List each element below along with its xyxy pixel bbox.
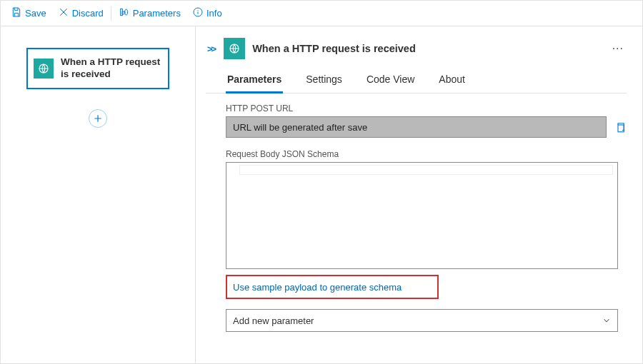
save-label: Save: [25, 8, 46, 19]
more-menu-button[interactable]: ···: [609, 42, 627, 55]
use-sample-payload-link[interactable]: Use sample payload to generate schema: [233, 282, 402, 293]
http-post-url-label: HTTP POST URL: [226, 103, 627, 113]
tab-code-view[interactable]: Code View: [365, 69, 416, 93]
info-button[interactable]: Info: [186, 4, 228, 23]
parameters-button[interactable]: @ Parameters: [113, 4, 186, 23]
chevron-down-icon: [602, 315, 612, 325]
sample-payload-highlight: Use sample payload to generate schema: [226, 275, 439, 299]
copy-icon: [614, 121, 627, 133]
http-post-url-field: URL will be generated after save: [226, 116, 607, 138]
trigger-card[interactable]: When a HTTP request is received: [26, 48, 169, 89]
info-label: Info: [206, 8, 222, 19]
http-request-icon: [34, 59, 54, 79]
tab-about[interactable]: About: [437, 69, 467, 93]
save-icon: [11, 6, 22, 20]
discard-button[interactable]: Discard: [52, 4, 109, 23]
add-step-button[interactable]: [89, 109, 107, 128]
plus-icon: [93, 113, 103, 123]
info-icon: [192, 6, 204, 20]
add-parameter-label: Add new parameter: [233, 315, 314, 326]
add-parameter-dropdown[interactable]: Add new parameter: [226, 309, 618, 332]
parameters-label: Parameters: [133, 8, 181, 19]
toolbar-separator: [111, 6, 111, 21]
schema-textarea[interactable]: [226, 162, 618, 269]
tabs: Parameters Settings Code View About: [206, 69, 627, 93]
toolbar: Save Discard @ Parameters Info: [1, 1, 642, 26]
schema-label: Request Body JSON Schema: [226, 149, 627, 159]
tab-settings[interactable]: Settings: [304, 69, 344, 93]
discard-label: Discard: [72, 8, 104, 19]
close-icon: [58, 6, 69, 20]
http-request-icon: [224, 38, 245, 59]
trigger-card-title: When a HTTP request is received: [61, 56, 161, 81]
svg-text:@: @: [121, 10, 126, 15]
save-button[interactable]: Save: [5, 4, 52, 23]
panel-title: When a HTTP request is received: [252, 43, 416, 54]
copy-url-button[interactable]: [614, 121, 627, 133]
collapse-button[interactable]: >>: [206, 42, 216, 56]
designer-canvas: When a HTTP request is received: [1, 26, 196, 363]
tab-parameters[interactable]: Parameters: [226, 69, 283, 93]
svg-point-3: [197, 10, 198, 11]
details-panel: >> When a HTTP request is received ··· P…: [196, 26, 642, 363]
svg-rect-6: [618, 125, 624, 132]
parameters-icon: @: [119, 6, 130, 20]
